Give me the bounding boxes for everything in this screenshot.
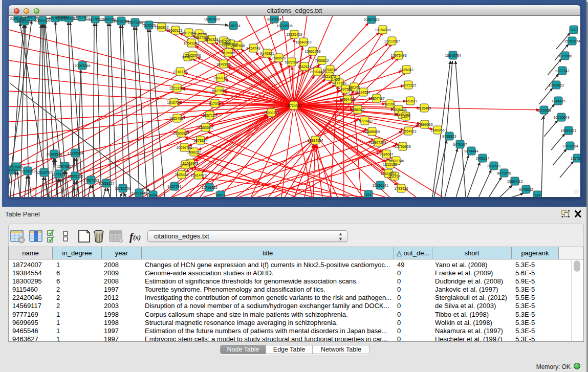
- svg-text:24055712: 24055712: [16, 19, 32, 23]
- svg-text:9245052: 9245052: [519, 188, 533, 191]
- svg-text:7835724: 7835724: [226, 24, 240, 28]
- svg-text:1167534: 1167534: [571, 157, 580, 160]
- svg-text:1362615: 1362615: [297, 65, 311, 69]
- svg-text:7485063: 7485063: [399, 68, 413, 72]
- svg-text:12156819: 12156819: [19, 169, 35, 173]
- svg-text:23420046: 23420046: [185, 54, 201, 57]
- svg-text:7955812: 7955812: [315, 59, 329, 62]
- svg-text:1244415: 1244415: [551, 99, 565, 103]
- svg-text:10756928: 10756928: [395, 145, 410, 148]
- svg-text:7986322: 7986322: [351, 108, 364, 112]
- svg-text:15720407: 15720407: [357, 119, 373, 123]
- svg-text:8660123: 8660123: [168, 29, 182, 32]
- svg-text:1615132: 1615132: [383, 163, 397, 166]
- svg-text:1112: 1112: [570, 28, 578, 32]
- svg-text:94571: 94571: [215, 193, 226, 197]
- svg-text:62160: 62160: [385, 102, 395, 106]
- svg-text:1733426: 1733426: [394, 187, 408, 190]
- svg-text:16914479: 16914479: [190, 173, 206, 177]
- svg-text:917006: 917006: [209, 102, 221, 105]
- svg-text:5878334: 5878334: [193, 139, 207, 142]
- svg-text:8990448: 8990448: [310, 70, 324, 74]
- svg-text:16120746: 16120746: [388, 159, 404, 163]
- svg-text:10961758: 10961758: [304, 50, 320, 53]
- svg-text:15692371: 15692371: [560, 129, 576, 133]
- svg-text:1145193: 1145193: [52, 172, 66, 176]
- svg-text:2718170: 2718170: [173, 70, 187, 74]
- svg-text:1239159: 1239159: [9, 168, 18, 172]
- svg-text:10688609: 10688609: [364, 130, 380, 134]
- svg-text:2367608: 2367608: [231, 44, 245, 48]
- svg-text:1498222: 1498222: [187, 150, 201, 154]
- svg-text:20206576: 20206576: [46, 152, 62, 156]
- svg-text:5875685: 5875685: [221, 51, 235, 55]
- svg-text:10671355: 10671355: [127, 21, 143, 25]
- svg-text:3624554: 3624554: [356, 91, 370, 94]
- svg-text:151: 151: [365, 193, 372, 196]
- svg-text:9457791: 9457791: [167, 185, 181, 188]
- svg-text:10154808: 10154808: [375, 28, 390, 32]
- svg-text:317590: 317590: [179, 163, 191, 167]
- svg-text:9463627: 9463627: [403, 99, 417, 103]
- svg-text:1588520: 1588520: [272, 56, 286, 60]
- svg-text:7632621: 7632621: [487, 164, 500, 168]
- svg-text:15716485: 15716485: [201, 186, 217, 189]
- svg-text:10025438: 10025438: [390, 108, 406, 112]
- svg-text:10973493: 10973493: [390, 54, 406, 57]
- svg-text:12975115: 12975115: [401, 83, 417, 87]
- svg-text:17339924: 17339924: [67, 151, 83, 155]
- svg-text:20387682: 20387682: [363, 18, 379, 21]
- svg-text:8471676: 8471676: [497, 171, 511, 175]
- svg-text:18724007: 18724007: [286, 104, 301, 107]
- svg-text:16210643: 16210643: [553, 116, 569, 119]
- svg-text:8938923: 8938923: [442, 135, 456, 138]
- svg-text:2803144: 2803144: [213, 76, 227, 80]
- svg-text:1535061: 1535061: [9, 165, 23, 169]
- svg-text:6794028: 6794028: [323, 68, 337, 72]
- svg-text:18807249: 18807249: [370, 141, 386, 144]
- svg-text:12923448: 12923448: [131, 191, 147, 195]
- svg-text:18640910: 18640910: [295, 40, 311, 44]
- svg-text:9129966: 9129966: [558, 54, 572, 58]
- svg-text:16848784: 16848784: [445, 54, 461, 57]
- svg-text:9146821: 9146821: [260, 52, 274, 55]
- svg-text:20053346: 20053346: [74, 64, 90, 68]
- svg-text:19166827: 19166827: [173, 132, 189, 135]
- svg-text:6479197: 6479197: [453, 143, 467, 146]
- svg-text:252214: 252214: [388, 174, 400, 178]
- svg-text:15136141: 15136141: [372, 184, 388, 187]
- svg-text:12342757: 12342757: [36, 171, 52, 174]
- svg-text:16053809: 16053809: [204, 17, 220, 21]
- svg-text:9434: 9434: [149, 193, 157, 197]
- svg-text:15751074: 15751074: [564, 39, 580, 43]
- svg-text:12505135: 12505135: [67, 174, 83, 178]
- svg-text:746266: 746266: [348, 85, 360, 89]
- svg-text:1010755: 1010755: [167, 101, 181, 104]
- svg-text:1640956: 1640956: [430, 128, 444, 132]
- svg-text:12213363: 12213363: [169, 86, 185, 90]
- svg-text:12213967: 12213967: [384, 39, 400, 43]
- svg-text:17957253: 17957253: [83, 179, 99, 182]
- svg-text:10046786: 10046786: [176, 146, 192, 149]
- svg-text:17010534: 17010534: [562, 144, 578, 148]
- svg-text:13325419: 13325419: [286, 33, 302, 36]
- svg-text:1327602: 1327602: [88, 17, 102, 21]
- svg-text:15217602: 15217602: [74, 16, 90, 19]
- svg-text:3267130: 3267130: [203, 114, 216, 117]
- svg-text:23300273: 23300273: [263, 111, 279, 115]
- svg-text:2935114: 2935114: [476, 157, 490, 160]
- svg-text:8427552: 8427552: [212, 89, 226, 93]
- svg-text:10899695: 10899695: [417, 123, 432, 126]
- svg-text:7663822: 7663822: [155, 26, 168, 29]
- svg-text:1353594: 1353594: [199, 126, 212, 129]
- svg-text:9777169: 9777169: [332, 81, 346, 85]
- svg-text:13654923: 13654923: [400, 129, 416, 133]
- svg-text:23226058: 23226058: [191, 32, 207, 36]
- svg-text:924: 924: [534, 193, 540, 197]
- svg-text:9474444: 9474444: [464, 149, 478, 153]
- svg-text:9084067: 9084067: [379, 152, 393, 156]
- svg-text:5322037: 5322037: [285, 60, 298, 64]
- svg-text:7625402: 7625402: [175, 173, 188, 177]
- svg-text:12093822: 12093822: [548, 83, 564, 87]
- svg-text:9242845: 9242845: [216, 62, 230, 66]
